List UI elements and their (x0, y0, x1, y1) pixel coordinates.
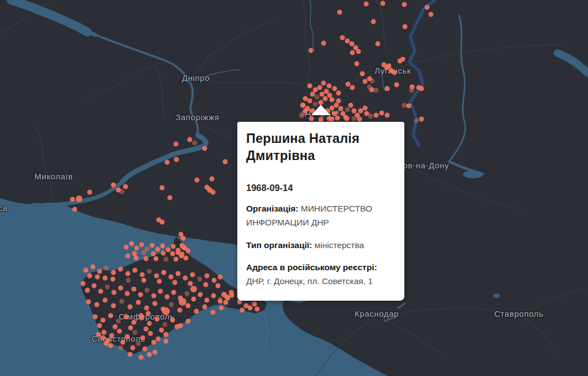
map-dot[interactable] (139, 355, 144, 360)
map-dot[interactable] (336, 99, 341, 104)
map-dot[interactable] (104, 266, 109, 271)
map-dot[interactable] (152, 293, 157, 298)
map-dot[interactable] (299, 114, 304, 119)
map-dot[interactable] (352, 109, 357, 114)
map-dot[interactable] (218, 275, 223, 280)
map-dot[interactable] (323, 96, 328, 101)
map-dot[interactable] (111, 183, 116, 188)
map-dot[interactable] (191, 297, 196, 302)
map-dot[interactable] (303, 96, 308, 101)
map-dot[interactable] (128, 326, 133, 331)
map-dot[interactable] (336, 91, 341, 96)
map-dot[interactable] (76, 195, 82, 202)
map-dot[interactable] (147, 321, 152, 326)
map-dot[interactable] (146, 311, 151, 316)
map-dot[interactable] (197, 277, 202, 282)
map-dot[interactable] (164, 332, 169, 337)
map-dot[interactable] (374, 113, 379, 118)
map-dot[interactable] (350, 42, 355, 47)
map-dot[interactable] (169, 275, 174, 280)
map-dot[interactable] (155, 317, 160, 322)
map-dot[interactable] (171, 244, 176, 249)
map-dot[interactable] (363, 79, 368, 84)
map-dot[interactable] (139, 313, 144, 318)
map-dot[interactable] (179, 298, 186, 306)
map-dot[interactable] (164, 257, 169, 262)
map-dot[interactable] (185, 291, 190, 296)
map-dot[interactable] (309, 116, 314, 121)
map-dot[interactable] (97, 269, 102, 274)
map-dot[interactable] (300, 103, 305, 108)
map-dot[interactable] (429, 12, 434, 17)
map-dot[interactable] (98, 289, 103, 294)
map-dot[interactable] (151, 251, 156, 256)
map-dot[interactable] (357, 117, 362, 122)
map-dot[interactable] (324, 89, 329, 94)
map-dot[interactable] (337, 10, 342, 15)
map-dot[interactable] (190, 272, 195, 277)
map-dot[interactable] (198, 292, 203, 297)
map-dot[interactable] (364, 2, 369, 7)
map-dot[interactable] (345, 107, 350, 112)
map-dot[interactable] (97, 323, 102, 328)
map-dot[interactable] (92, 284, 97, 289)
map-dot[interactable] (371, 19, 376, 24)
map-dot[interactable] (309, 48, 314, 53)
map-dot[interactable] (123, 184, 128, 189)
map-dot[interactable] (210, 177, 215, 182)
map-dot[interactable] (310, 92, 315, 97)
map-dot[interactable] (339, 106, 344, 111)
map-dot[interactable] (381, 1, 386, 6)
map-dot[interactable] (160, 186, 165, 190)
map-dot[interactable] (334, 103, 339, 108)
map-dot[interactable] (152, 340, 157, 345)
map-dot[interactable] (91, 265, 96, 270)
map-dot[interactable] (387, 64, 392, 69)
map-dot[interactable] (308, 84, 313, 89)
map-dot[interactable] (124, 315, 129, 320)
map-dot[interactable] (223, 159, 228, 164)
map-dot[interactable] (181, 245, 186, 250)
map-dot[interactable] (204, 282, 209, 287)
map-dot[interactable] (144, 256, 149, 261)
map-dot[interactable] (142, 250, 147, 255)
map-dot[interactable] (147, 352, 152, 357)
map-dot[interactable] (205, 298, 210, 303)
map-dot[interactable] (159, 328, 164, 333)
map-dot[interactable] (327, 93, 332, 98)
map-dot[interactable] (212, 278, 217, 283)
map-dot[interactable] (419, 117, 424, 122)
map-dot[interactable] (128, 352, 133, 357)
map-dot[interactable] (132, 287, 137, 292)
map-dot[interactable] (248, 306, 253, 311)
map-dot[interactable] (161, 251, 166, 256)
map-dot[interactable] (72, 207, 77, 212)
map-dot[interactable] (186, 303, 191, 308)
map-dot[interactable] (166, 248, 171, 253)
map-dot[interactable] (392, 70, 397, 75)
map-dot[interactable] (132, 251, 137, 256)
map-dot[interactable] (126, 254, 131, 259)
map-dot[interactable] (165, 295, 170, 300)
map-dot[interactable] (118, 346, 123, 351)
map-dot[interactable] (345, 39, 350, 44)
map-dot[interactable] (407, 104, 412, 109)
map-dot[interactable] (103, 298, 108, 303)
map-dot[interactable] (121, 340, 126, 345)
map-dot[interactable] (183, 276, 188, 281)
map-dot[interactable] (346, 82, 351, 87)
map-dot[interactable] (202, 305, 207, 310)
map-dot[interactable] (101, 336, 106, 341)
map-dot[interactable] (132, 320, 137, 325)
map-dot[interactable] (315, 95, 320, 100)
map-dot[interactable] (168, 195, 173, 200)
map-dot[interactable] (350, 50, 355, 55)
map-dot[interactable] (105, 285, 110, 290)
map-dot[interactable] (176, 248, 181, 253)
map-dot[interactable] (143, 347, 148, 352)
map-dot[interactable] (330, 97, 335, 102)
map-dot[interactable] (160, 220, 165, 225)
map-dot[interactable] (211, 293, 216, 298)
map-dot[interactable] (169, 302, 174, 307)
map-dot[interactable] (153, 350, 158, 355)
